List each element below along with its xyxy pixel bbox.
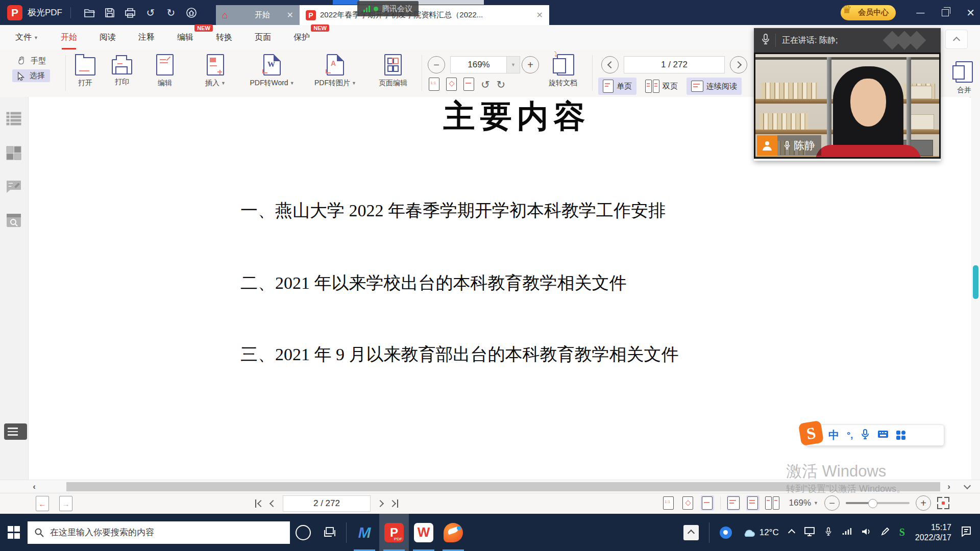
hidden-icons-chevron[interactable]	[789, 528, 794, 537]
scroll-right-icon[interactable]: ›	[943, 482, 954, 492]
pdf-to-word-button[interactable]: W PDF转Word▼	[245, 54, 299, 88]
outline-panel-icon[interactable]	[6, 111, 22, 127]
fit-page-button[interactable]	[681, 495, 695, 511]
menu-start[interactable]: 开始	[61, 32, 77, 43]
menu-file[interactable]: 文件 ▼	[15, 32, 38, 43]
next-page-button[interactable]	[378, 499, 383, 508]
reading-settings-icon[interactable]	[4, 423, 27, 440]
print-icon[interactable]	[120, 5, 140, 20]
sogou-tray-icon[interactable]: S	[899, 527, 905, 538]
fit-width-icon[interactable]	[463, 78, 474, 91]
zoom-slider[interactable]	[846, 502, 910, 504]
double-page-mode-button[interactable]	[766, 495, 779, 511]
merge-button[interactable]: 合并	[950, 61, 978, 95]
zoom-slider-knob[interactable]	[868, 499, 877, 508]
zoom-out-button[interactable]: −	[428, 56, 445, 73]
notification-center-icon[interactable]	[962, 527, 973, 539]
ime-keyboard-icon[interactable]	[877, 430, 889, 440]
collapse-bar-icon[interactable]	[962, 482, 973, 492]
taskbar-clock[interactable]: 15:17 2022/3/17	[915, 522, 951, 543]
hand-tool-button[interactable]: 手型	[12, 54, 50, 67]
vertical-scrollbar-thumb[interactable]	[973, 265, 978, 299]
zoom-value-box[interactable]: 169% ▼	[450, 56, 507, 73]
rotate-left-icon[interactable]: ↺	[481, 79, 490, 90]
taskbar-app-wps[interactable]: W	[409, 514, 438, 551]
ime-mode-chinese[interactable]: 中	[828, 428, 839, 442]
restore-button[interactable]	[942, 9, 949, 16]
home-icon[interactable]	[181, 5, 202, 20]
start-button[interactable]	[0, 514, 28, 551]
annotations-panel-icon[interactable]	[6, 180, 22, 195]
ime-toolbox-icon[interactable]	[896, 431, 905, 440]
continuous-read-button[interactable]: 连续阅读	[687, 78, 742, 95]
scroll-left-icon[interactable]: ‹	[29, 482, 40, 492]
fit-width-button[interactable]	[701, 495, 714, 511]
tray-app-icon[interactable]	[720, 527, 732, 539]
sogou-logo-icon[interactable]: S	[798, 420, 824, 446]
last-page-button[interactable]	[390, 499, 398, 508]
horizontal-scrollbar[interactable]: ‹ ›	[0, 480, 980, 493]
previous-page-button[interactable]	[601, 56, 619, 73]
save-icon[interactable]	[100, 5, 120, 20]
redo-icon[interactable]: ↻	[161, 5, 181, 20]
undo-icon[interactable]: ↺	[140, 5, 161, 20]
meeting-floating-pill[interactable]: 腾讯会议	[357, 1, 419, 16]
ime-mic-icon[interactable]	[861, 429, 870, 441]
pdf-to-image-button[interactable]: A PDF转图片▼	[308, 54, 362, 88]
continuous-mode-button[interactable]	[727, 495, 740, 511]
rotate-document-button[interactable]: ⤵ 旋转文档	[545, 54, 581, 88]
menu-convert[interactable]: 转换	[216, 32, 232, 43]
menu-page[interactable]: 页面	[255, 32, 271, 43]
menu-read[interactable]: 阅读	[100, 32, 116, 43]
next-view-button[interactable]: →	[59, 496, 72, 511]
single-page-mode-button[interactable]	[746, 495, 760, 511]
tab-home[interactable]: ⌂ 开始 ✕	[216, 5, 300, 25]
first-page-button[interactable]	[255, 499, 263, 508]
zoom-dropdown-icon[interactable]: ▼	[506, 56, 520, 73]
mic-tray-icon[interactable]	[825, 527, 832, 538]
single-page-button[interactable]: 单页	[598, 78, 636, 95]
tab-document[interactable]: P 2022年春季学期开学初发学院资料汇总（2022... ✕	[300, 5, 549, 25]
task-view-button[interactable]	[316, 514, 343, 551]
open-file-icon[interactable]	[79, 5, 100, 20]
meeting-overlay[interactable]: 正在讲话: 陈静;	[754, 28, 941, 161]
close-button[interactable]: ✕	[966, 7, 975, 19]
volume-tray-icon[interactable]	[862, 528, 871, 538]
cortana-button[interactable]	[290, 514, 316, 551]
close-tab-icon[interactable]: ✕	[287, 10, 293, 20]
minimize-button[interactable]: —	[916, 8, 924, 17]
close-tab-icon[interactable]: ✕	[536, 10, 543, 20]
collapse-panel-button[interactable]	[945, 30, 968, 49]
display-tray-icon[interactable]	[804, 527, 815, 538]
select-tool-button[interactable]: 选择	[12, 69, 50, 82]
taskbar-search-input[interactable]: 在这里输入你要搜索的内容	[28, 521, 290, 544]
ime-toolbar[interactable]: S 中 °,	[805, 424, 944, 446]
menu-annotate[interactable]: 注释	[138, 32, 155, 43]
pen-tray-icon[interactable]	[881, 528, 889, 538]
search-panel-icon[interactable]	[6, 213, 22, 229]
zoom-in-button[interactable]: +	[916, 495, 931, 511]
fullscreen-icon[interactable]	[937, 497, 949, 509]
network-tray-icon[interactable]	[842, 528, 851, 538]
previous-view-button[interactable]: ←	[36, 496, 49, 511]
meeting-video[interactable]: 陈静	[754, 53, 941, 159]
taskbar-app-browser[interactable]	[438, 514, 468, 551]
bottom-page-number-box[interactable]: 2 / 272	[283, 495, 371, 512]
horizontal-scrollbar-thumb[interactable]	[66, 482, 940, 491]
zoom-in-button[interactable]: +	[522, 56, 539, 73]
previous-page-button[interactable]	[271, 499, 276, 508]
print-button[interactable]: 打印	[108, 54, 136, 87]
page-number-box[interactable]: 1 / 272	[624, 56, 725, 73]
edit-button[interactable]: 编辑	[151, 54, 179, 88]
actual-size-icon[interactable]: 1:1	[429, 78, 439, 91]
vip-member-button[interactable]: ♛ 会员中心	[841, 5, 896, 20]
open-button[interactable]: 打开	[71, 54, 99, 88]
weather-widget[interactable]: 12°C	[742, 528, 779, 538]
actual-size-button[interactable]: 1:1	[662, 495, 675, 511]
taskbar-app-pdf[interactable]: PPDF	[379, 514, 409, 551]
double-page-button[interactable]: 双页	[641, 78, 682, 95]
zoom-out-button[interactable]: −	[824, 495, 840, 511]
page-edit-button[interactable]: 页面编辑	[374, 54, 412, 88]
bottom-zoom-select[interactable]: 169% ▼	[789, 498, 818, 508]
thumbnails-panel-icon[interactable]	[6, 146, 22, 161]
